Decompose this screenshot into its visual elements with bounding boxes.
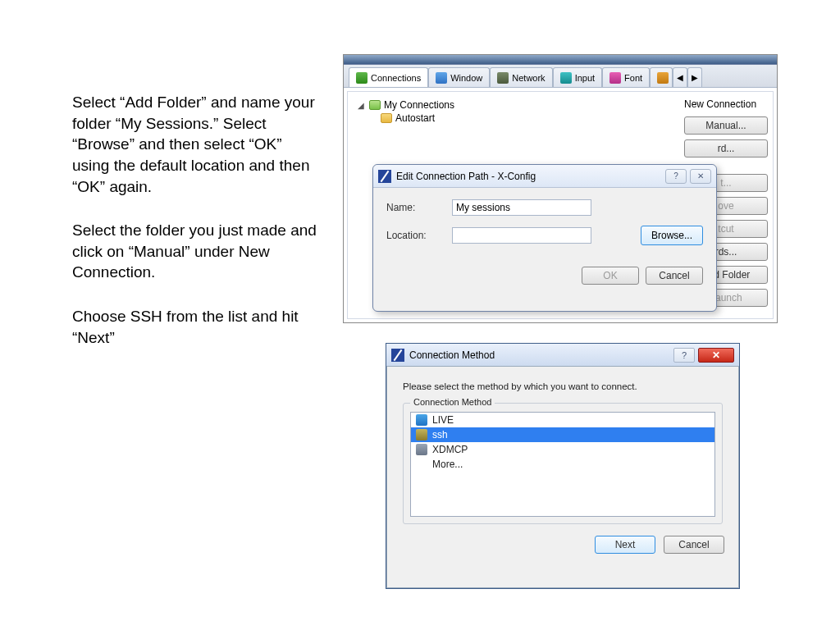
lock-icon: [657, 72, 669, 84]
xconfig-window: Connections Window Network Input Font ◀ …: [343, 54, 778, 323]
wizard-button[interactable]: rd...: [684, 139, 768, 158]
cm-list[interactable]: LIVE ssh XDMCP More...: [410, 412, 715, 517]
tree-child-autostart[interactable]: Autostart: [351, 112, 676, 125]
cm-titlebar: Connection Method ? ✕: [386, 344, 739, 367]
network-icon: [497, 72, 509, 84]
name-input[interactable]: [452, 199, 591, 216]
next-button[interactable]: Next: [595, 536, 655, 554]
help-button[interactable]: ?: [673, 348, 695, 363]
cm-item-xdmcp[interactable]: XDMCP: [411, 442, 714, 457]
ok-button[interactable]: OK: [582, 267, 639, 285]
cm-item-more[interactable]: More...: [411, 457, 714, 472]
cm-group-legend: Connection Method: [410, 397, 495, 407]
cm-title-text: Connection Method: [409, 349, 495, 361]
tree-root[interactable]: ◢ My Connections: [351, 98, 676, 112]
dialog-titlebar: Edit Connection Path - X-Config ? ✕: [373, 165, 716, 188]
connections-icon: [356, 72, 368, 84]
tab-font[interactable]: Font: [602, 67, 650, 87]
tab-network[interactable]: Network: [490, 67, 552, 87]
location-label: Location:: [386, 230, 444, 241]
edit-connection-path-dialog: Edit Connection Path - X-Config ? ✕ Name…: [372, 164, 717, 312]
cm-item-ssh[interactable]: ssh: [411, 427, 714, 442]
tab-scroll-left[interactable]: ◀: [673, 67, 687, 87]
app-icon: [391, 349, 404, 362]
close-button[interactable]: ✕: [690, 169, 711, 184]
app-icon: [378, 170, 391, 183]
manual-button[interactable]: Manual...: [684, 116, 768, 135]
name-label: Name:: [386, 202, 444, 213]
help-button[interactable]: ?: [665, 169, 687, 184]
tab-input[interactable]: Input: [553, 67, 602, 87]
xconfig-titlebar: [344, 55, 777, 65]
close-button[interactable]: ✕: [698, 348, 734, 363]
caret-icon: ◢: [358, 101, 366, 110]
browse-button[interactable]: Browse...: [641, 226, 703, 245]
instruction-p3: Choose SSH from the list and hit “Next”: [72, 306, 318, 348]
connection-method-dialog: Connection Method ? ✕ Please select the …: [386, 343, 740, 589]
tab-strip: Connections Window Network Input Font ◀ …: [344, 65, 777, 88]
folder-icon: [381, 113, 392, 123]
live-icon: [416, 414, 427, 426]
input-icon: [560, 72, 572, 84]
connections-tree[interactable]: ◢ My Connections Autostart Edit Connecti…: [348, 92, 679, 318]
instruction-p1: Select “Add Folder” and name your folder…: [72, 92, 318, 197]
folder-icon: [369, 100, 381, 110]
instruction-p2: Select the folder you just made and clic…: [72, 220, 318, 283]
cm-item-live[interactable]: LIVE: [411, 413, 714, 427]
location-input[interactable]: [452, 227, 591, 244]
dialog-title: Edit Connection Path - X-Config: [396, 171, 536, 182]
cancel-button[interactable]: Cancel: [664, 536, 724, 554]
window-icon: [436, 72, 447, 84]
tab-window[interactable]: Window: [428, 67, 490, 87]
font-icon: [609, 72, 621, 84]
tab-connections[interactable]: Connections: [349, 67, 428, 87]
instruction-text: Select “Add Folder” and name your folder…: [72, 92, 318, 371]
cancel-button[interactable]: Cancel: [646, 267, 703, 285]
new-connection-label: New Connection: [684, 98, 768, 110]
xdmcp-icon: [416, 444, 427, 455]
tab-scroll-right[interactable]: ▶: [687, 67, 702, 87]
cm-prompt: Please select the method by which you wa…: [403, 381, 723, 391]
ssh-icon: [416, 429, 427, 441]
cm-group: Connection Method LIVE ssh XDMCP More...: [403, 403, 723, 524]
tab-more[interactable]: [650, 67, 673, 87]
